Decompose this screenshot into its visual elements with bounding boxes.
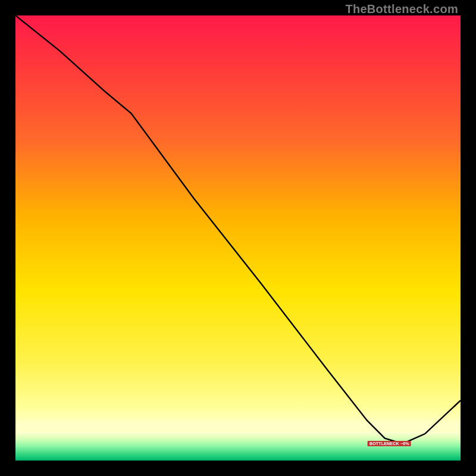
chart-frame: BOTTLENECK ~0% TheBottleneck.com [0, 0, 476, 476]
plot-area: BOTTLENECK ~0% [15, 15, 461, 461]
svg-rect-0 [15, 15, 461, 461]
gradient-background [15, 15, 461, 461]
bottleneck-annotation: BOTTLENECK ~0% [368, 441, 411, 446]
watermark-text: TheBottleneck.com [345, 2, 458, 16]
svg-rect-1 [15, 431, 461, 461]
